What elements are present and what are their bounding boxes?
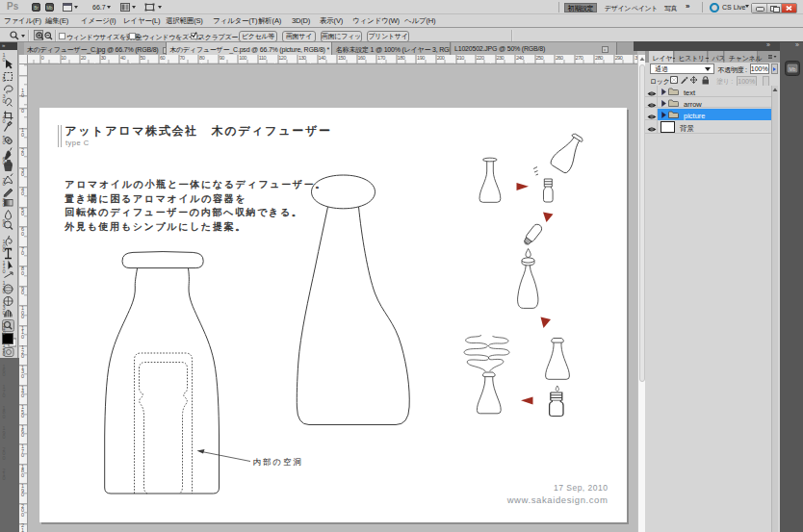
svg-text:Mb: Mb [789, 66, 795, 72]
svg-text:Mb: Mb [46, 6, 53, 11]
svg-text:Br: Br [34, 6, 39, 11]
